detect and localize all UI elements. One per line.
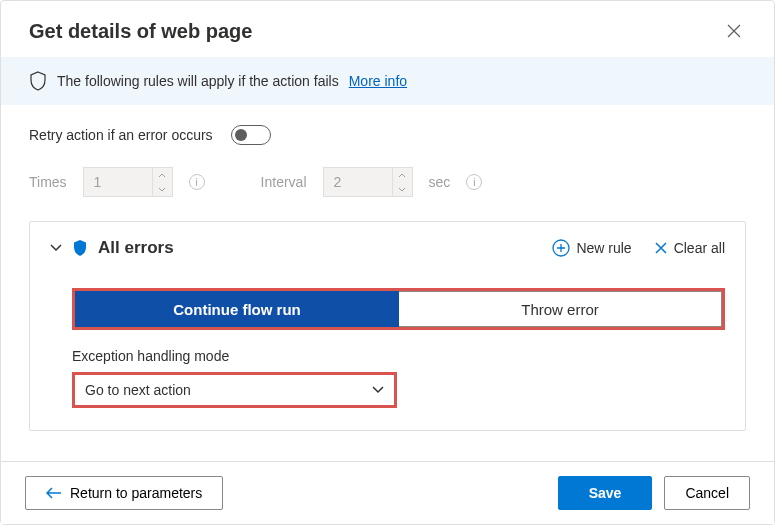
arrow-left-icon: [46, 487, 62, 499]
cancel-button[interactable]: Cancel: [664, 476, 750, 510]
more-info-link[interactable]: More info: [349, 73, 407, 89]
interval-input[interactable]: 2: [323, 167, 413, 197]
return-label: Return to parameters: [70, 485, 202, 501]
exception-mode-value: Go to next action: [85, 382, 191, 398]
errors-actions: New rule Clear all: [552, 239, 725, 257]
info-icon: i: [189, 174, 205, 190]
retry-toggle[interactable]: [231, 125, 271, 145]
plus-icon: [552, 239, 570, 257]
close-icon[interactable]: [722, 19, 746, 43]
interval-label: Interval: [261, 174, 307, 190]
interval-unit: sec: [429, 174, 451, 190]
new-rule-label: New rule: [576, 240, 631, 256]
times-input[interactable]: 1: [83, 167, 173, 197]
close-icon: [654, 241, 668, 255]
info-text: The following rules will apply if the ac…: [57, 73, 339, 89]
retry-fields: Times 1 i Interval 2 sec i: [29, 167, 746, 197]
dialog-body: Retry action if an error occurs Times 1 …: [1, 105, 774, 461]
errors-title: All errors: [98, 238, 174, 258]
errors-header: All errors New rule Clear all: [50, 238, 725, 258]
errors-title-group[interactable]: All errors: [50, 238, 174, 258]
info-bar: The following rules will apply if the ac…: [1, 57, 774, 105]
chevron-up-icon[interactable]: [153, 168, 172, 182]
toggle-knob: [235, 129, 247, 141]
times-value: 1: [84, 174, 152, 190]
times-label: Times: [29, 174, 67, 190]
flow-mode-segmented: Continue flow run Throw error: [72, 288, 725, 330]
dialog-header: Get details of web page: [1, 1, 774, 57]
chevron-down-icon[interactable]: [393, 182, 412, 196]
shield-icon: [29, 71, 47, 91]
clear-all-label: Clear all: [674, 240, 725, 256]
chevron-down-icon: [50, 244, 62, 252]
errors-panel: All errors New rule Clear all: [29, 221, 746, 431]
return-button[interactable]: Return to parameters: [25, 476, 223, 510]
chevron-up-icon[interactable]: [393, 168, 412, 182]
footer-right: Save Cancel: [558, 476, 750, 510]
throw-error-button[interactable]: Throw error: [399, 291, 722, 327]
continue-flow-button[interactable]: Continue flow run: [75, 291, 399, 327]
exception-mode-dropdown[interactable]: Go to next action: [72, 372, 397, 408]
clear-all-button[interactable]: Clear all: [654, 240, 725, 256]
save-button[interactable]: Save: [558, 476, 653, 510]
interval-value: 2: [324, 174, 392, 190]
retry-label: Retry action if an error occurs: [29, 127, 213, 143]
info-icon: i: [466, 174, 482, 190]
dialog-footer: Return to parameters Save Cancel: [1, 461, 774, 524]
dialog: Get details of web page The following ru…: [0, 0, 775, 525]
shield-icon: [72, 239, 88, 257]
dialog-title: Get details of web page: [29, 20, 252, 43]
chevron-down-icon[interactable]: [153, 182, 172, 196]
new-rule-button[interactable]: New rule: [552, 239, 631, 257]
retry-row: Retry action if an error occurs: [29, 125, 746, 145]
chevron-down-icon: [372, 386, 384, 394]
exception-mode-label: Exception handling mode: [72, 348, 725, 364]
